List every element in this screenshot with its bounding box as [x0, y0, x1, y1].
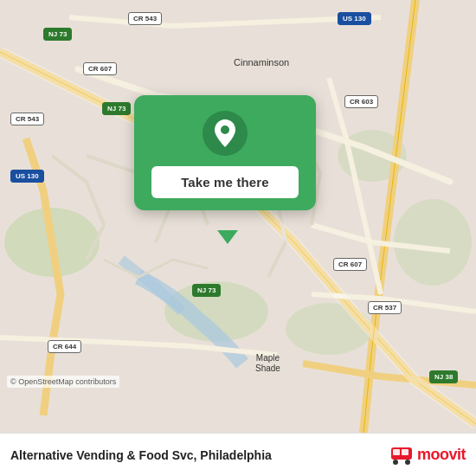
road-label-nj73-bottom: NJ 73	[192, 284, 221, 297]
road-label-cr603: CR 603	[344, 95, 378, 108]
popup-tail	[217, 230, 238, 244]
svg-point-11	[393, 460, 398, 465]
svg-point-12	[405, 460, 410, 465]
popup-card: Take me there	[134, 95, 316, 210]
road-label-cr543: CR 543	[128, 12, 162, 25]
road-label-cr644: CR 644	[48, 340, 81, 353]
road-label-nj73-top: NJ 73	[43, 28, 72, 41]
location-pin-icon	[203, 111, 248, 156]
take-me-there-button[interactable]: Take me there	[151, 166, 299, 198]
svg-rect-10	[402, 449, 408, 455]
road-label-cr543-left: CR 543	[10, 113, 44, 125]
location-title: Alternative Vending & Food Svc, Philadel…	[10, 448, 389, 462]
map-container: NJ 73 CR 543 US 130 CR 607 Cinnaminson C…	[0, 0, 476, 433]
moovit-logo: moovit	[389, 446, 466, 465]
road-label-us130-left: US 130	[10, 170, 44, 183]
road-label-cr537: CR 537	[368, 301, 402, 314]
svg-rect-9	[393, 449, 400, 455]
cinnaminson-label: Cinnaminson	[234, 57, 289, 68]
road-label-cr607-left: CR 607	[83, 62, 117, 75]
copyright-text: © OpenStreetMap contributors	[7, 376, 119, 388]
svg-point-5	[394, 199, 472, 286]
svg-point-7	[221, 125, 229, 134]
bottom-bar: Alternative Vending & Food Svc, Philadel…	[0, 433, 476, 476]
moovit-text: moovit	[417, 446, 466, 464]
road-label-nj38: NJ 38	[429, 370, 458, 383]
road-label-cr607-right: CR 607	[333, 258, 367, 271]
road-label-us130-top: US 130	[338, 12, 371, 25]
moovit-bus-icon	[389, 446, 414, 465]
maple-shade-label: MapleShade	[255, 353, 280, 374]
road-label-nj73-mid: NJ 73	[102, 102, 131, 115]
